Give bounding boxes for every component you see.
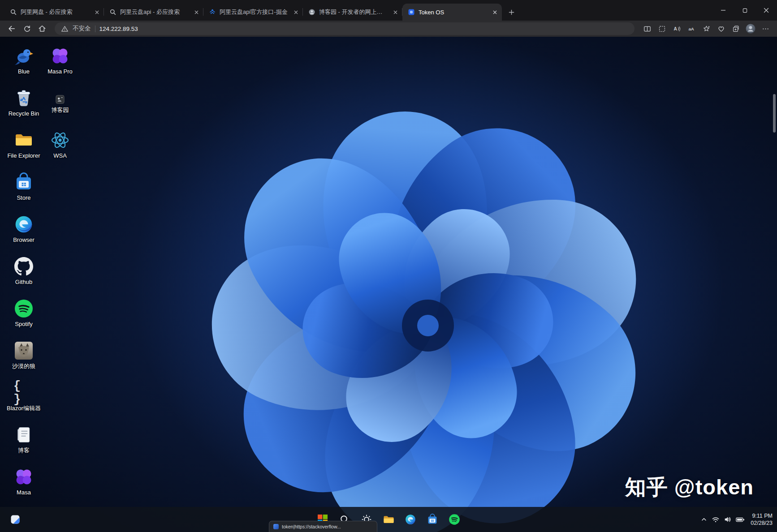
icon-label: 博客: [18, 447, 30, 454]
tab-title: 阿里云盘api - 必应搜索: [120, 8, 189, 16]
spotify-icon: [449, 514, 460, 525]
desktop-icon-masa-pro[interactable]: Masa Pro: [41, 46, 79, 75]
desktop-icon-github[interactable]: Github: [4, 256, 43, 286]
token-os-desktop: Blue Masa Pro Recycle Bin 博客园 File Explo…: [0, 37, 777, 532]
tab-close-icon[interactable]: [93, 8, 101, 17]
new-tab-button[interactable]: [505, 6, 517, 18]
tab-aliyun-pan-search[interactable]: 阿里网盘 - 必应搜索: [4, 4, 104, 21]
favorites-star-icon[interactable]: [699, 22, 713, 35]
search-favicon-icon: [10, 9, 17, 16]
desktop-icon-cnblogs[interactable]: 博客园: [41, 88, 79, 114]
minimize-button[interactable]: [712, 0, 734, 21]
desktop-icon-blazor-editor[interactable]: { } Blazor编辑器: [4, 382, 43, 412]
translate-icon[interactable]: aA: [684, 22, 699, 35]
wsa-atom-icon: [50, 130, 70, 150]
token-os-favicon-icon: [408, 9, 415, 16]
spotify-icon: [14, 299, 34, 318]
zhihu-watermark: 知乎 @token: [625, 473, 754, 502]
home-button[interactable]: [35, 22, 49, 35]
tab-close-icon[interactable]: [192, 8, 201, 17]
refresh-button[interactable]: [20, 22, 34, 35]
taskbar-clock[interactable]: 9:11 PM 02/28/23: [749, 512, 773, 527]
icon-label: Recycle Bin: [9, 111, 39, 117]
taskbar: 9:11 PM 02/28/23: [0, 507, 777, 532]
system-tray: 9:11 PM 02/28/23: [700, 512, 773, 527]
split-screen-icon[interactable]: [640, 22, 654, 35]
taskbar-spotify-button[interactable]: [445, 511, 463, 528]
preview-popup[interactable]: token|https://stackoverflow...: [269, 521, 377, 532]
desktop-icon-desert-wolf[interactable]: 沙漠的狼: [4, 340, 43, 370]
svg-text:aA: aA: [688, 26, 694, 31]
tab-token-os[interactable]: Token OS: [402, 4, 502, 21]
more-menu-icon[interactable]: [758, 22, 773, 35]
back-button[interactable]: [4, 22, 19, 35]
folder-icon: [14, 130, 34, 150]
github-octocat-icon: [14, 257, 33, 276]
icon-label: Spotify: [15, 321, 33, 328]
desktop-icon-browser[interactable]: Browser: [4, 214, 43, 244]
wallpaper-windows-bloom: [0, 37, 777, 532]
desktop-icon-blog[interactable]: 博客: [4, 425, 43, 454]
clock-date: 02/28/23: [751, 519, 773, 527]
desktop-icon-recycle-bin[interactable]: Recycle Bin: [4, 88, 43, 117]
profile-avatar[interactable]: [743, 22, 758, 35]
tab-cnblogs-home[interactable]: 博客园 - 开发者的网上家园: [303, 4, 402, 21]
taskbar-edge-button[interactable]: [401, 511, 419, 528]
desktop-icon-blue[interactable]: Blue: [4, 46, 43, 75]
browser-window: 阿里网盘 - 必应搜索 阿里云盘api - 必应搜索 阿里云盘api官方接口-掘…: [0, 0, 777, 532]
browser-toolbar: 不安全 124.222.89.53 A aA: [0, 21, 777, 37]
address-divider: [95, 26, 95, 32]
toolbar-right-icons: A aA: [640, 22, 773, 35]
popup-favicon-icon: [273, 524, 279, 529]
icon-label: Blazor编辑器: [7, 405, 41, 412]
icon-label: Github: [15, 279, 32, 286]
icon-label: 沙漠的狼: [12, 363, 35, 370]
desktop-icon-store[interactable]: Store: [4, 172, 43, 202]
braces-icon: { }: [13, 379, 34, 406]
taskbar-store-button[interactable]: [423, 511, 441, 528]
icon-label: Browser: [13, 237, 35, 244]
desktop-icon-spotify[interactable]: Spotify: [4, 298, 43, 328]
tab-close-icon[interactable]: [491, 8, 499, 17]
desktop-icon-wsa[interactable]: WSA: [41, 130, 79, 159]
wolf-photo-icon: [14, 341, 34, 360]
wifi-icon[interactable]: [712, 515, 720, 523]
icon-label: Masa Pro: [47, 69, 73, 75]
address-bar[interactable]: 不安全 124.222.89.53: [55, 22, 635, 35]
tab-aliyun-api-search[interactable]: 阿里云盘api - 必应搜索: [104, 4, 203, 21]
tab-title: 阿里云盘api官方接口-掘金: [220, 8, 288, 16]
store-icon: [14, 172, 34, 192]
cnblogs-favicon-icon: [308, 9, 315, 16]
tray-chevron-up-icon[interactable]: [700, 516, 708, 523]
collections-icon[interactable]: [729, 22, 743, 35]
desktop-icon-masa[interactable]: Masa: [4, 467, 43, 496]
svg-text:A: A: [673, 26, 677, 31]
tab-close-icon[interactable]: [292, 8, 300, 17]
close-window-button[interactable]: [755, 0, 777, 21]
icon-label: 博客园: [52, 107, 69, 114]
browser-essentials-icon[interactable]: [714, 22, 728, 35]
security-label: 不安全: [73, 25, 91, 33]
page-scrollbar-thumb[interactable]: [773, 94, 776, 133]
taskbar-file-explorer-button[interactable]: [380, 511, 397, 528]
battery-icon[interactable]: [736, 517, 745, 523]
clock-time: 9:11 PM: [751, 512, 773, 520]
tab-close-icon[interactable]: [391, 8, 400, 17]
security-warning-icon: [61, 25, 69, 33]
volume-icon[interactable]: [724, 515, 732, 523]
icon-label: Masa: [17, 489, 31, 496]
edge-browser-icon: [14, 215, 34, 234]
icon-label: Blue: [18, 69, 30, 75]
widgets-button[interactable]: [6, 511, 24, 528]
maximize-button[interactable]: [734, 0, 755, 21]
icon-label: File Explorer: [8, 153, 40, 159]
read-aloud-icon[interactable]: A: [669, 22, 684, 35]
web-capture-icon[interactable]: [655, 22, 669, 35]
icon-label: WSA: [53, 153, 67, 159]
tab-juejin-article[interactable]: 阿里云盘api官方接口-掘金: [203, 4, 303, 21]
desktop-icon-file-explorer[interactable]: File Explorer: [4, 130, 43, 159]
masa-pro-icon: [50, 46, 70, 66]
juejin-favicon-icon: [209, 9, 216, 16]
icon-label: Store: [17, 195, 30, 202]
blue-bird-icon: [14, 46, 34, 66]
